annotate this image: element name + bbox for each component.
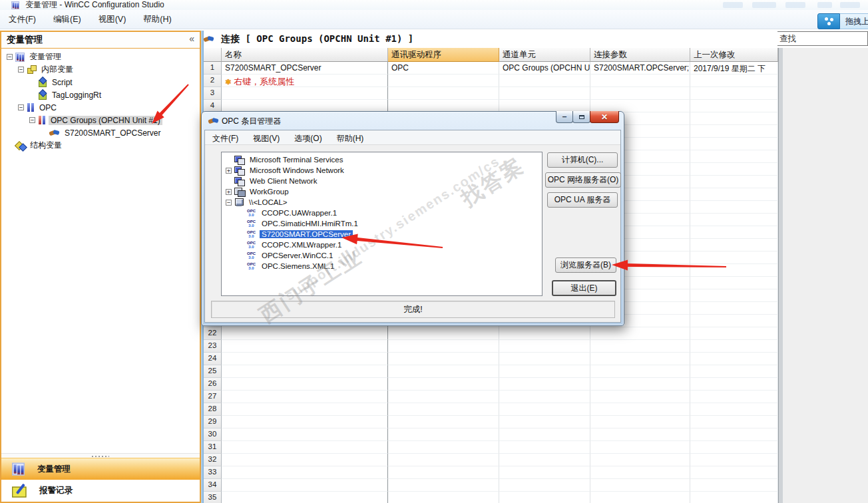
tree-item[interactable]: Script [1,76,200,88]
row-number[interactable]: 34 [204,479,222,492]
grid-cell[interactable] [690,125,778,138]
grid-cell[interactable] [222,416,388,428]
grid-cell[interactable] [388,391,499,403]
grid-cell[interactable] [690,277,778,289]
grid-cell[interactable] [690,327,778,340]
collapse-panel-button[interactable]: « [189,33,194,44]
sidebar-splitter[interactable] [1,453,200,458]
grid-cell[interactable] [499,466,590,479]
row-number[interactable]: 32 [204,454,222,466]
grid-cell[interactable] [388,454,499,466]
row-number[interactable]: 1 [204,62,222,75]
sidebar-footer-item-变量管理[interactable]: 变量管理 [1,458,200,480]
row-number[interactable]: 33 [204,466,222,479]
grid-cell[interactable] [690,188,778,201]
grid-cell[interactable]: ✱右键，系统属性 [222,75,388,87]
row-number[interactable]: 31 [204,441,222,454]
row-number[interactable]: 25 [204,365,222,378]
dialog-button-OPC 网络服务器(O)[interactable]: OPC 网络服务器(O) [545,172,621,188]
grid-cell[interactable] [222,365,388,378]
tree-item[interactable]: −\\<LOCAL> [222,197,542,208]
grid-cell[interactable] [690,150,778,163]
close-button[interactable]: ✕ [590,111,619,123]
grid-cell[interactable] [690,365,778,378]
grid-cell[interactable] [222,353,388,365]
tree-item[interactable]: OPC3.0S7200SMART.OPCServer [222,229,542,240]
tree-item[interactable]: TagLoggingRt [1,88,200,101]
grid-cell[interactable] [590,365,690,378]
grid-cell[interactable] [388,327,499,340]
row-number[interactable]: 24 [204,353,222,365]
grid-cell[interactable] [690,353,778,365]
grid-cell[interactable] [690,176,778,188]
grid-cell[interactable] [388,340,499,353]
tree-item[interactable]: 结构变量 [1,139,200,152]
grid-cell[interactable] [388,466,499,479]
grid-cell[interactable] [388,353,499,365]
expand-plus-icon[interactable]: + [226,168,232,174]
grid-cell[interactable] [690,479,778,492]
grid-cell[interactable] [690,302,778,315]
menu-item-编辑(E)[interactable]: 编辑(E) [45,10,90,29]
grid-cell[interactable] [590,428,690,441]
tree-item[interactable]: −变量管理 [1,51,200,63]
grid-scrollbar[interactable] [778,48,783,503]
grid-cell[interactable] [590,391,690,403]
grid-cell[interactable] [222,327,388,340]
grid-cell[interactable] [499,353,590,365]
tree-item[interactable]: +WorkGroup [222,186,542,197]
grid-cell[interactable] [690,201,778,214]
grid-cell[interactable] [499,441,590,454]
dialog-button-浏览服务器(B)[interactable]: 浏览服务器(B) [555,257,616,273]
collapse-minus-icon[interactable]: − [226,200,232,206]
grid-cell[interactable] [590,87,690,100]
grid-cell[interactable] [222,492,388,503]
grid-cell[interactable] [690,163,778,176]
minimize-button[interactable]: — [556,111,573,123]
tree-item[interactable]: Microsoft Terminal Services [222,154,542,165]
collapse-minus-icon[interactable]: − [18,67,24,73]
dialog-button-退出(E)[interactable]: 退出(E) [552,280,616,296]
grid-cell[interactable] [499,391,590,403]
grid-cell[interactable] [388,87,499,100]
grid-cell[interactable] [590,479,690,492]
column-header-名称[interactable]: 名称 [222,48,388,62]
grid-cell[interactable]: OPC [388,62,499,75]
grid-cell[interactable] [690,214,778,226]
tree-item[interactable]: OPC3.0OPC.Siemens.XML.1 [222,261,542,271]
grid-cell[interactable] [690,100,778,112]
dialog-title-bar[interactable]: OPC 条目管理器 — ✕ [202,112,624,130]
row-number[interactable]: 3 [204,87,222,100]
grid-cell[interactable] [690,416,778,428]
grid-cell[interactable] [499,492,590,503]
grid-cell[interactable] [690,112,778,125]
share-button[interactable] [817,13,840,29]
tree-item[interactable]: −OPC [1,101,200,114]
grid-cell[interactable] [690,289,778,302]
grid-cell[interactable] [590,416,690,428]
collapse-minus-icon[interactable]: − [7,54,13,60]
tree-item[interactable]: +Microsoft Windows Network [222,165,542,176]
menu-item-视图(V)[interactable]: 视图(V) [90,10,135,29]
grid-cell[interactable] [388,479,499,492]
drag-hint-chip[interactable]: 拖拽上 [840,13,868,29]
grid-cell[interactable] [388,441,499,454]
dialog-button-OPC UA 服务器[interactable]: OPC UA 服务器 [547,192,618,208]
grid-cell[interactable] [222,340,388,353]
collapse-minus-icon[interactable]: − [18,104,24,110]
grid-cell[interactable] [499,378,590,391]
column-header-通讯驱动程序[interactable]: 通讯驱动程序 [388,48,499,62]
grid-cell[interactable] [222,87,388,100]
column-header-通道单元[interactable]: 通道单元 [499,48,590,62]
maximize-button[interactable] [572,111,590,123]
row-number[interactable]: 22 [204,327,222,340]
search-input[interactable] [776,31,868,46]
grid-cell[interactable] [222,466,388,479]
grid-cell[interactable] [388,428,499,441]
grid-cell[interactable] [388,403,499,416]
grid-cell[interactable] [590,454,690,466]
dialog-menu-item-帮助(H)[interactable]: 帮助(H) [329,130,371,144]
grid-cell[interactable] [690,239,778,252]
grid-cell[interactable] [690,75,778,87]
tree-item[interactable]: −内部变量 [1,63,200,76]
